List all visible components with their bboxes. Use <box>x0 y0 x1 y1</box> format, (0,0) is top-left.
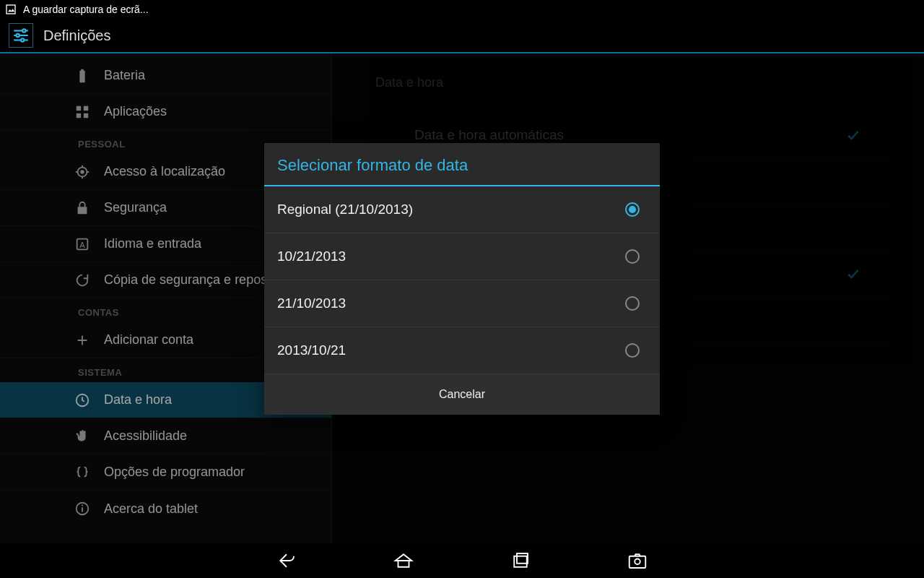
svg-rect-23 <box>629 556 646 568</box>
nav-home-button[interactable] <box>388 545 419 576</box>
date-format-option-dmy[interactable]: 21/10/2013 <box>264 280 660 327</box>
navigation-bar <box>0 543 924 578</box>
nav-back-button[interactable] <box>271 545 302 576</box>
date-format-option-regional[interactable]: Regional (21/10/2013) <box>264 186 660 233</box>
dialog-overlay[interactable]: Selecionar formato de data Regional (21/… <box>0 53 924 543</box>
svg-marker-1 <box>8 9 14 12</box>
nav-screenshot-button[interactable] <box>622 545 653 576</box>
option-label: 2013/10/21 <box>277 342 346 358</box>
option-label: 21/10/2013 <box>277 296 346 311</box>
status-bar: A guardar captura de ecrã... <box>0 0 924 19</box>
nav-recent-button[interactable] <box>505 545 536 576</box>
option-label: Regional (21/10/2013) <box>277 202 413 217</box>
date-format-option-ymd[interactable]: 2013/10/21 <box>264 327 660 374</box>
settings-body: Bateria Aplicações PESSOAL Acesso à loca… <box>0 53 924 543</box>
action-bar: Definições <box>0 19 924 53</box>
status-text: A guardar captura de ecrã... <box>23 4 149 15</box>
settings-app-icon <box>9 23 33 48</box>
date-format-option-mdy[interactable]: 10/21/2013 <box>264 233 660 280</box>
svg-rect-22 <box>517 553 528 564</box>
picture-icon <box>4 3 17 16</box>
svg-point-24 <box>635 559 640 565</box>
radio-icon <box>625 296 640 311</box>
svg-rect-21 <box>514 556 527 567</box>
svg-point-3 <box>22 29 25 32</box>
dialog-cancel-button[interactable]: Cancelar <box>264 374 660 415</box>
action-bar-title: Definições <box>43 27 110 44</box>
radio-icon <box>625 343 640 358</box>
radio-icon <box>625 249 640 264</box>
option-label: 10/21/2013 <box>277 249 346 264</box>
radio-selected-icon <box>625 202 640 217</box>
date-format-dialog: Selecionar formato de data Regional (21/… <box>264 143 660 415</box>
svg-point-5 <box>17 34 19 37</box>
svg-point-7 <box>21 38 24 41</box>
dialog-title: Selecionar formato de data <box>264 143 660 186</box>
svg-rect-0 <box>6 5 15 14</box>
